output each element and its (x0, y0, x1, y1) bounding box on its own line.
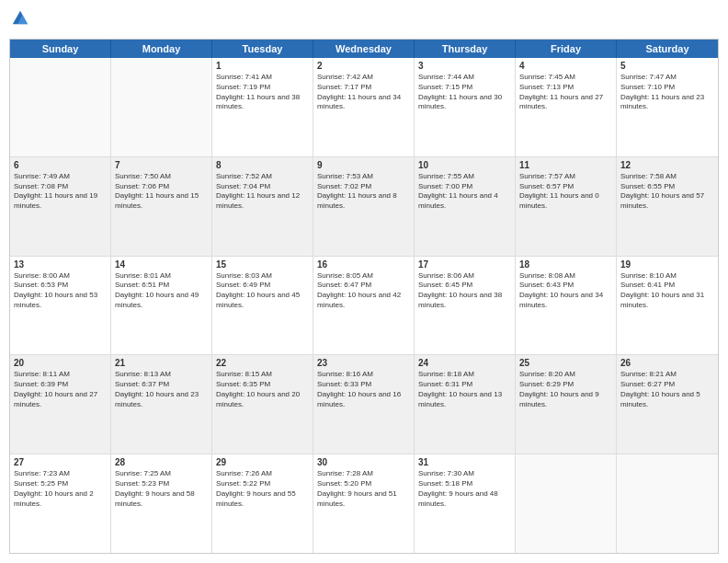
weekday-header: Wednesday (313, 40, 415, 58)
calendar-body: 1Sunrise: 7:41 AM Sunset: 7:19 PM Daylig… (10, 58, 718, 553)
day-info: Sunrise: 8:00 AM Sunset: 6:53 PM Dayligh… (14, 271, 107, 311)
calendar-cell: 11Sunrise: 7:57 AM Sunset: 6:57 PM Dayli… (516, 157, 617, 256)
calendar-row: 20Sunrise: 8:11 AM Sunset: 6:39 PM Dayli… (10, 355, 718, 454)
calendar-row: 13Sunrise: 8:00 AM Sunset: 6:53 PM Dayli… (10, 257, 718, 356)
day-number: 7 (115, 160, 208, 170)
calendar-cell: 24Sunrise: 8:18 AM Sunset: 6:31 PM Dayli… (415, 355, 516, 454)
day-info: Sunrise: 7:44 AM Sunset: 7:15 PM Dayligh… (418, 73, 511, 112)
calendar-cell (111, 58, 212, 156)
day-info: Sunrise: 8:16 AM Sunset: 6:33 PM Dayligh… (317, 370, 410, 409)
calendar-cell (10, 58, 111, 156)
day-info: Sunrise: 7:55 AM Sunset: 7:00 PM Dayligh… (418, 172, 511, 212)
day-info: Sunrise: 7:49 AM Sunset: 7:08 PM Dayligh… (14, 172, 107, 212)
calendar-cell: 5Sunrise: 7:47 AM Sunset: 7:10 PM Daylig… (617, 58, 718, 156)
day-info: Sunrise: 8:21 AM Sunset: 6:27 PM Dayligh… (620, 370, 714, 409)
calendar-cell: 14Sunrise: 8:01 AM Sunset: 6:51 PM Dayli… (111, 257, 212, 355)
calendar-cell: 19Sunrise: 8:10 AM Sunset: 6:41 PM Dayli… (617, 257, 718, 355)
calendar: SundayMondayTuesdayWednesdayThursdayFrid… (9, 39, 719, 554)
calendar-cell: 17Sunrise: 8:06 AM Sunset: 6:45 PM Dayli… (415, 257, 516, 355)
calendar-cell: 8Sunrise: 7:52 AM Sunset: 7:04 PM Daylig… (212, 157, 313, 256)
calendar-cell: 28Sunrise: 7:25 AM Sunset: 5:23 PM Dayli… (111, 454, 212, 553)
day-info: Sunrise: 8:10 AM Sunset: 6:41 PM Dayligh… (620, 271, 714, 311)
calendar-cell: 16Sunrise: 8:05 AM Sunset: 6:47 PM Dayli… (313, 257, 415, 355)
header (9, 9, 719, 31)
day-number: 14 (115, 259, 208, 270)
calendar-cell: 31Sunrise: 7:30 AM Sunset: 5:18 PM Dayli… (415, 454, 516, 553)
day-number: 10 (418, 160, 511, 170)
weekday-header: Tuesday (212, 40, 313, 58)
day-info: Sunrise: 7:28 AM Sunset: 5:20 PM Dayligh… (317, 469, 410, 509)
day-info: Sunrise: 7:41 AM Sunset: 7:19 PM Dayligh… (216, 73, 309, 112)
day-info: Sunrise: 8:11 AM Sunset: 6:39 PM Dayligh… (14, 370, 107, 409)
calendar-cell: 12Sunrise: 7:58 AM Sunset: 6:55 PM Dayli… (617, 157, 718, 256)
calendar-cell: 7Sunrise: 7:50 AM Sunset: 7:06 PM Daylig… (111, 157, 212, 256)
calendar-cell: 13Sunrise: 8:00 AM Sunset: 6:53 PM Dayli… (10, 257, 111, 355)
day-number: 16 (317, 259, 410, 270)
calendar-row: 6Sunrise: 7:49 AM Sunset: 7:08 PM Daylig… (10, 157, 718, 257)
day-number: 2 (317, 61, 410, 71)
day-number: 18 (519, 259, 612, 270)
day-info: Sunrise: 8:03 AM Sunset: 6:49 PM Dayligh… (216, 271, 309, 311)
day-info: Sunrise: 7:45 AM Sunset: 7:13 PM Dayligh… (519, 73, 612, 112)
page: SundayMondayTuesdayWednesdayThursdayFrid… (0, 0, 728, 563)
calendar-cell: 18Sunrise: 8:08 AM Sunset: 6:43 PM Dayli… (516, 257, 617, 355)
day-info: Sunrise: 7:30 AM Sunset: 5:18 PM Dayligh… (418, 469, 511, 509)
day-number: 13 (14, 259, 107, 270)
day-number: 6 (14, 160, 107, 170)
day-info: Sunrise: 8:15 AM Sunset: 6:35 PM Dayligh… (216, 370, 309, 409)
day-number: 15 (216, 259, 309, 270)
day-number: 22 (216, 358, 309, 368)
calendar-row: 1Sunrise: 7:41 AM Sunset: 7:19 PM Daylig… (10, 58, 718, 157)
day-number: 23 (317, 358, 410, 368)
day-number: 17 (418, 259, 511, 270)
day-info: Sunrise: 8:01 AM Sunset: 6:51 PM Dayligh… (115, 271, 208, 311)
day-number: 20 (14, 358, 107, 368)
day-number: 12 (620, 160, 714, 170)
day-info: Sunrise: 7:58 AM Sunset: 6:55 PM Dayligh… (620, 172, 714, 212)
calendar-cell: 4Sunrise: 7:45 AM Sunset: 7:13 PM Daylig… (516, 58, 617, 156)
day-number: 4 (519, 61, 612, 71)
calendar-cell: 2Sunrise: 7:42 AM Sunset: 7:17 PM Daylig… (313, 58, 415, 156)
weekday-header: Thursday (415, 40, 516, 58)
calendar-cell: 15Sunrise: 8:03 AM Sunset: 6:49 PM Dayli… (212, 257, 313, 355)
day-info: Sunrise: 8:18 AM Sunset: 6:31 PM Dayligh… (418, 370, 511, 409)
day-number: 25 (519, 358, 612, 368)
day-number: 26 (620, 358, 714, 368)
day-info: Sunrise: 8:05 AM Sunset: 6:47 PM Dayligh… (317, 271, 410, 311)
calendar-cell: 30Sunrise: 7:28 AM Sunset: 5:20 PM Dayli… (313, 454, 415, 553)
day-info: Sunrise: 8:13 AM Sunset: 6:37 PM Dayligh… (115, 370, 208, 409)
weekday-header: Friday (516, 40, 617, 58)
weekday-header: Saturday (617, 40, 718, 58)
day-info: Sunrise: 7:42 AM Sunset: 7:17 PM Dayligh… (317, 73, 410, 112)
day-number: 11 (519, 160, 612, 170)
calendar-cell: 25Sunrise: 8:20 AM Sunset: 6:29 PM Dayli… (516, 355, 617, 454)
calendar-cell: 9Sunrise: 7:53 AM Sunset: 7:02 PM Daylig… (313, 157, 415, 256)
calendar-cell (617, 454, 718, 553)
day-number: 8 (216, 160, 309, 170)
logo (9, 9, 29, 31)
day-info: Sunrise: 7:53 AM Sunset: 7:02 PM Dayligh… (317, 172, 410, 212)
day-number: 31 (418, 457, 511, 467)
day-number: 5 (620, 61, 714, 71)
calendar-cell: 6Sunrise: 7:49 AM Sunset: 7:08 PM Daylig… (10, 157, 111, 256)
calendar-cell: 29Sunrise: 7:26 AM Sunset: 5:22 PM Dayli… (212, 454, 313, 553)
weekday-header: Monday (111, 40, 212, 58)
day-number: 28 (115, 457, 208, 467)
calendar-cell: 22Sunrise: 8:15 AM Sunset: 6:35 PM Dayli… (212, 355, 313, 454)
calendar-cell: 23Sunrise: 8:16 AM Sunset: 6:33 PM Dayli… (313, 355, 415, 454)
day-info: Sunrise: 7:52 AM Sunset: 7:04 PM Dayligh… (216, 172, 309, 212)
calendar-cell: 10Sunrise: 7:55 AM Sunset: 7:00 PM Dayli… (415, 157, 516, 256)
weekday-header: Sunday (10, 40, 111, 58)
calendar-cell: 21Sunrise: 8:13 AM Sunset: 6:37 PM Dayli… (111, 355, 212, 454)
day-info: Sunrise: 7:47 AM Sunset: 7:10 PM Dayligh… (620, 73, 714, 112)
day-info: Sunrise: 8:20 AM Sunset: 6:29 PM Dayligh… (519, 370, 612, 409)
calendar-cell (516, 454, 617, 553)
day-number: 19 (620, 259, 714, 270)
day-info: Sunrise: 7:57 AM Sunset: 6:57 PM Dayligh… (519, 172, 612, 212)
day-number: 24 (418, 358, 511, 368)
calendar-header: SundayMondayTuesdayWednesdayThursdayFrid… (10, 40, 718, 58)
day-number: 9 (317, 160, 410, 170)
day-number: 29 (216, 457, 309, 467)
day-number: 21 (115, 358, 208, 368)
day-info: Sunrise: 7:25 AM Sunset: 5:23 PM Dayligh… (115, 469, 208, 509)
